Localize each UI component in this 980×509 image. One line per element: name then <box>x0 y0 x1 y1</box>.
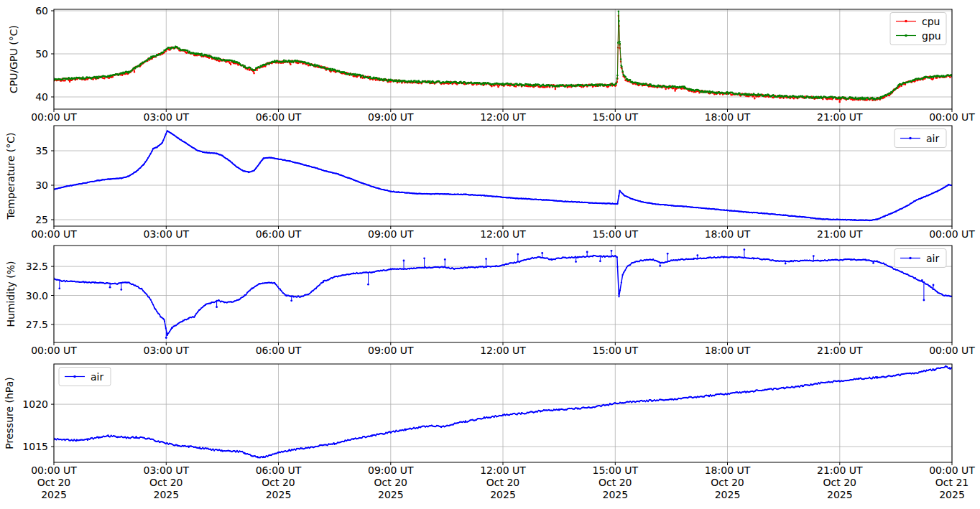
y-tick-label: 30.0 <box>26 290 48 302</box>
spike-dot <box>923 299 925 302</box>
x-tick-year-label: 2025 <box>490 489 516 500</box>
y-tick-label: 1015 <box>22 441 48 452</box>
legend-label: cpu <box>922 16 940 27</box>
spike-dot <box>485 258 487 260</box>
spike-dot <box>611 250 613 252</box>
x-tick-year-label: 2025 <box>827 489 853 500</box>
legend: air <box>895 129 946 148</box>
x-tick-label: 00:00 UT <box>31 345 77 356</box>
x-tick-label: 15:00 UT <box>592 228 638 240</box>
spike-dot <box>872 262 874 264</box>
x-tick-date-label: Oct 20 <box>711 477 744 488</box>
x-tick-label: 06:00 UT <box>256 345 302 356</box>
x-tick-label: 03:00 UT <box>143 111 189 123</box>
spike-dot <box>575 261 577 263</box>
y-tick-label: 30 <box>35 179 48 191</box>
x-tick-date-label: Oct 20 <box>37 477 70 488</box>
spike-dot <box>216 306 218 308</box>
x-tick-label: 15:00 UT <box>592 464 638 476</box>
spike-dot <box>367 284 369 286</box>
x-tick-label: 00:00 UT <box>31 111 77 123</box>
x-tick-date-label: Oct 20 <box>823 477 856 488</box>
x-tick-label: 18:00 UT <box>705 228 751 240</box>
x-tick-label: 09:00 UT <box>368 228 414 240</box>
spike-dot <box>599 260 601 262</box>
spike-dot <box>290 299 292 302</box>
x-tick-label: 12:00 UT <box>480 228 526 240</box>
x-tick-date-label: Oct 20 <box>374 477 407 488</box>
weather-multipanel-chart: 40506000:00 UT03:00 UT06:00 UT09:00 UT12… <box>0 0 980 509</box>
x-tick-label: 21:00 UT <box>817 345 863 356</box>
spike-dot <box>165 337 167 339</box>
legend: air <box>895 249 946 268</box>
y-axis-label: Humidity (%) <box>5 261 17 327</box>
y-tick-label: 60 <box>35 5 48 17</box>
y-axis-label: Temperature (°C) <box>5 133 17 220</box>
spike-dot <box>403 260 405 262</box>
x-tick-date-label: Oct 21 <box>935 477 969 488</box>
x-tick-date-label: Oct 20 <box>486 477 519 488</box>
legend-sample-marker <box>909 137 912 140</box>
x-tick-label: 06:00 UT <box>256 464 302 476</box>
legend-sample-marker <box>73 375 76 378</box>
x-tick-label: 00:00 UT <box>31 464 77 476</box>
legend-sample-marker <box>905 20 907 23</box>
x-tick-label: 09:00 UT <box>368 111 414 123</box>
panel-cpu-gpu-temperature: 40506000:00 UT03:00 UT06:00 UT09:00 UT12… <box>8 5 975 123</box>
x-tick-label: 03:00 UT <box>143 345 189 356</box>
x-tick-label: 06:00 UT <box>256 228 302 240</box>
legend-label: air <box>926 133 939 144</box>
legend: air <box>59 368 111 386</box>
legend: cpugpu <box>890 13 946 45</box>
x-tick-label: 09:00 UT <box>368 464 414 476</box>
x-tick-label: 00:00 UT <box>929 111 975 123</box>
spike-dot <box>517 253 519 256</box>
x-tick-label: 00:00 UT <box>929 345 975 356</box>
x-tick-label: 06:00 UT <box>256 111 302 123</box>
legend-label: air <box>926 253 939 264</box>
y-tick-label: 25 <box>35 214 48 225</box>
x-tick-label: 00:00 UT <box>929 464 975 476</box>
spike-dot <box>423 257 425 259</box>
x-tick-date-label: Oct 20 <box>262 477 295 488</box>
x-tick-year-label: 2025 <box>153 489 179 500</box>
legend-sample-marker <box>905 34 907 37</box>
spike-dot <box>586 251 588 253</box>
spike-dot <box>785 263 787 265</box>
y-tick-label: 1020 <box>22 398 48 410</box>
x-tick-label: 21:00 UT <box>817 464 863 476</box>
x-tick-label: 12:00 UT <box>480 345 526 356</box>
y-tick-label: 27.5 <box>26 319 48 330</box>
spike-dot <box>933 284 935 286</box>
spike-dot <box>696 254 698 256</box>
legend-sample-marker <box>909 257 912 260</box>
x-tick-label: 00:00 UT <box>929 228 975 240</box>
x-tick-date-label: Oct 20 <box>149 477 182 488</box>
spike-dot <box>667 253 669 255</box>
y-axis-label: Pressure (hPa) <box>4 377 15 449</box>
x-tick-label: 21:00 UT <box>817 228 863 240</box>
y-tick-label: 40 <box>35 91 48 103</box>
legend-label: air <box>91 371 103 383</box>
spike-dot <box>813 255 815 257</box>
x-tick-label: 03:00 UT <box>143 464 189 476</box>
x-tick-label: 12:00 UT <box>480 111 526 123</box>
spike-dot <box>541 252 543 254</box>
y-axis-label: CPU/GPU (°C) <box>8 25 19 93</box>
spike-dot <box>109 286 111 289</box>
x-tick-year-label: 2025 <box>41 489 67 500</box>
panel-pressure: 1015102000:00 UT03:00 UT06:00 UT09:00 UT… <box>4 364 975 500</box>
y-tick-label: 35 <box>35 145 48 157</box>
panel-air-temperature: 25303500:00 UT03:00 UT06:00 UT09:00 UT12… <box>5 126 975 240</box>
x-tick-label: 12:00 UT <box>480 464 526 476</box>
x-tick-year-label: 2025 <box>602 489 628 500</box>
x-tick-date-label: Oct 20 <box>598 477 632 488</box>
x-tick-label: 21:00 UT <box>817 111 863 123</box>
x-tick-label: 09:00 UT <box>368 345 414 356</box>
x-tick-label: 00:00 UT <box>31 228 77 240</box>
x-tick-label: 03:00 UT <box>143 228 189 240</box>
spike-dot <box>659 265 661 267</box>
x-tick-label: 18:00 UT <box>705 111 751 123</box>
x-tick-year-label: 2025 <box>266 489 292 500</box>
spike-dot <box>744 248 746 251</box>
